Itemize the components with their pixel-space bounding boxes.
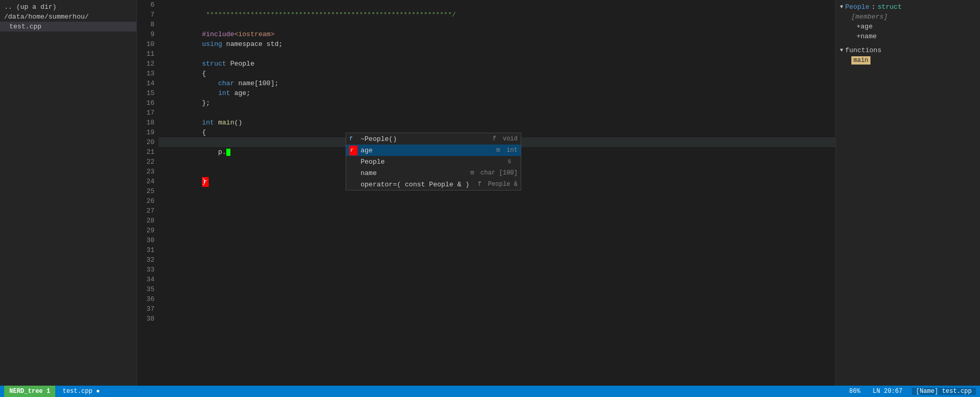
code-line-15: }; — [159, 88, 835, 98]
code-line-29 — [159, 226, 835, 235]
editor-area: 6 7 8 9 10 11 12 13 14 15 16 17 18 19 20… — [137, 0, 835, 386]
outline-arrow-functions[interactable]: ▼ — [840, 47, 843, 53]
autocomplete-dropdown: f ~People() f void r age m int People — [346, 133, 521, 190]
code-line-34 — [159, 275, 835, 284]
code-line-11: struct People — [159, 49, 835, 59]
ac-item-destructor[interactable]: f ~People() f void — [346, 133, 521, 145]
ac-item-people[interactable]: People s — [346, 156, 521, 167]
ac-icon-r: r — [349, 146, 357, 155]
code-line-27 — [159, 206, 835, 216]
code-line-37 — [159, 304, 835, 314]
statusbar-file: test.cpp ● — [57, 386, 105, 397]
statusbar: NERD_tree 1 test.cpp ● 86% LN 20:67 [Nam… — [0, 386, 980, 397]
code-line-8: #include<iostream> — [159, 20, 835, 29]
ac-item-operator[interactable]: operator=( const People & ) f People & — [346, 179, 521, 190]
outline-struct-people[interactable]: ▼ People : struct — [836, 2, 980, 12]
code-line-13: char name[100]; — [159, 69, 835, 78]
outline-functions-label[interactable]: ▼ functions — [836, 45, 980, 55]
statusbar-name-tag: [Name] test.cpp — [912, 388, 976, 395]
ac-item-name[interactable]: name m char [100] — [346, 167, 521, 179]
code-line-18: { — [159, 118, 835, 128]
code-line-38 — [159, 314, 835, 324]
outline-panel: ▼ People : struct [members] +age +name ▼… — [835, 0, 980, 386]
statusbar-percent: 86% — [846, 388, 864, 395]
code-line-36 — [159, 294, 835, 304]
code-line-9: using namespace std; — [159, 29, 835, 39]
sidebar-item-updir[interactable]: .. (up a dir) — [0, 2, 136, 12]
code-line-12: { — [159, 59, 835, 69]
code-line-33 — [159, 265, 835, 275]
code-container: 6 7 8 9 10 11 12 13 14 15 16 17 18 19 20… — [137, 0, 835, 386]
ac-item-age[interactable]: r age m int — [346, 145, 521, 156]
outline-member-name[interactable]: +name — [836, 31, 980, 41]
statusbar-right: 86% LN 20:67 [Name] test.cpp — [846, 388, 976, 395]
outline-fn-main-label: main — [851, 56, 870, 65]
code-line-30 — [159, 235, 835, 245]
sidebar-item-file-test[interactable]: test.cpp — [0, 22, 136, 31]
code-line-7 — [159, 10, 835, 20]
outline-members-label: [members] — [836, 12, 980, 22]
code-line-32 — [159, 255, 835, 265]
code-line-14: int age; — [159, 78, 835, 88]
code-line-31 — [159, 245, 835, 255]
code-line-35 — [159, 284, 835, 294]
sidebar-item-dir[interactable]: /data/home/summerhou/ — [0, 12, 136, 22]
code-line-28 — [159, 216, 835, 226]
code-editor[interactable]: ****************************************… — [159, 0, 835, 386]
main-area: .. (up a dir) /data/home/summerhou/ test… — [0, 0, 980, 386]
sidebar: .. (up a dir) /data/home/summerhou/ test… — [0, 0, 137, 386]
code-line-16 — [159, 98, 835, 108]
code-line-6: ****************************************… — [159, 0, 835, 10]
ac-icon-f: f — [349, 134, 357, 144]
outline-arrow-people[interactable]: ▼ — [840, 4, 843, 10]
line-numbers: 6 7 8 9 10 11 12 13 14 15 16 17 18 19 20… — [137, 0, 159, 386]
outline-fn-main[interactable]: main — [836, 55, 980, 66]
code-line-26 — [159, 196, 835, 206]
statusbar-ln-col: LN 20:67 — [869, 388, 906, 395]
code-line-10 — [159, 39, 835, 49]
outline-spacer — [836, 41, 980, 45]
code-line-17: int main() — [159, 108, 835, 118]
statusbar-nerd-tree: NERD_tree 1 — [4, 386, 55, 397]
outline-member-age[interactable]: +age — [836, 22, 980, 31]
